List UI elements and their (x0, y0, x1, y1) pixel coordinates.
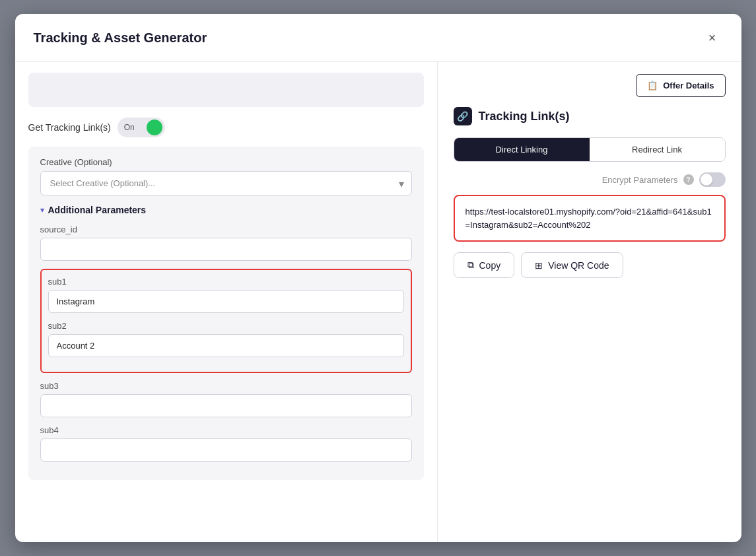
toggle-on-label: On (119, 123, 135, 132)
additional-params-label: Additional Parameters (48, 205, 147, 215)
link-icon: 🔗 (454, 107, 472, 125)
encrypt-label: Encrypt Parameters (602, 175, 678, 185)
tracking-label: Get Tracking Link(s) (28, 122, 111, 133)
qr-label: View QR Code (548, 260, 609, 271)
tracking-toggle[interactable]: On (118, 118, 165, 137)
sub2-group: sub2 (48, 321, 404, 357)
right-panel: 📋 Offer Details 🔗 Tracking Link(s) Direc… (438, 62, 741, 542)
sub1-input[interactable] (48, 290, 404, 313)
additional-params-header[interactable]: ▾ Additional Parameters (40, 205, 412, 215)
sub4-label: sub4 (40, 425, 412, 435)
left-panel: Get Tracking Link(s) On Creative (Option… (15, 62, 438, 542)
source-id-input[interactable] (40, 238, 412, 261)
tab-row: Direct Linking Redirect Link (454, 137, 726, 162)
sub2-input[interactable] (48, 334, 404, 357)
sub1-label: sub1 (48, 277, 404, 287)
modal-body: Get Tracking Link(s) On Creative (Option… (15, 62, 741, 542)
sub4-group: sub4 (40, 425, 412, 462)
file-icon: 📋 (647, 81, 658, 90)
tab-redirect-link[interactable]: Redirect Link (590, 138, 725, 161)
sub1-sub2-highlight: sub1 sub2 (40, 269, 412, 373)
url-display: https://test-localstore01.myshopify.com/… (454, 195, 726, 242)
top-input-box (28, 73, 424, 107)
sub2-label: sub2 (48, 321, 404, 331)
close-button[interactable]: × (702, 27, 723, 48)
chevron-down-icon: ▾ (40, 205, 44, 215)
action-row: ⧉ Copy ⊞ View QR Code (454, 252, 726, 278)
modal-title: Tracking & Asset Generator (34, 30, 207, 46)
encrypt-toggle[interactable] (699, 172, 726, 187)
copy-label: Copy (479, 260, 501, 271)
creative-select-wrapper: Select Creative (Optional)... (40, 171, 412, 195)
view-qr-code-button[interactable]: ⊞ View QR Code (521, 252, 623, 278)
modal-overlay: Tracking & Asset Generator × Get Trackin… (0, 0, 756, 556)
sub1-group: sub1 (48, 277, 404, 313)
form-panel: Creative (Optional) Select Creative (Opt… (28, 147, 424, 480)
encrypt-row: Encrypt Parameters ? (454, 172, 726, 187)
creative-label: Creative (Optional) (40, 157, 412, 167)
offer-details-button[interactable]: 📋 Offer Details (636, 74, 725, 97)
modal: Tracking & Asset Generator × Get Trackin… (15, 14, 741, 542)
modal-header: Tracking & Asset Generator × (15, 14, 741, 62)
toggle-circle (147, 120, 162, 135)
source-id-group: source_id (40, 225, 412, 261)
section-title-text: Tracking Link(s) (479, 110, 570, 123)
sub3-group: sub3 (40, 381, 412, 417)
sub4-input[interactable] (40, 438, 412, 462)
copy-icon: ⧉ (467, 260, 474, 271)
sub3-label: sub3 (40, 381, 412, 391)
creative-group: Creative (Optional) Select Creative (Opt… (40, 157, 412, 195)
section-title: 🔗 Tracking Link(s) (454, 107, 726, 125)
sub3-input[interactable] (40, 394, 412, 417)
offer-details-label: Offer Details (663, 81, 714, 90)
tab-direct-linking[interactable]: Direct Linking (454, 138, 590, 161)
help-icon[interactable]: ? (683, 174, 694, 185)
creative-select[interactable]: Select Creative (Optional)... (40, 171, 412, 195)
qr-icon: ⊞ (535, 260, 543, 271)
source-id-label: source_id (40, 225, 412, 234)
tracking-links-section: 🔗 Tracking Link(s) Direct Linking Redire… (454, 107, 726, 278)
tracking-toggle-row: Get Tracking Link(s) On (28, 118, 424, 137)
copy-button[interactable]: ⧉ Copy (454, 252, 515, 278)
